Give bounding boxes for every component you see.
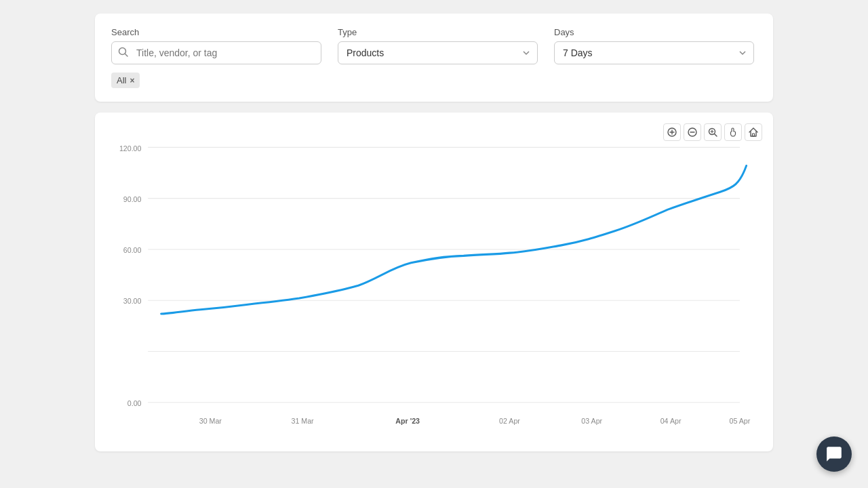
all-tag-badge: All × [111, 73, 140, 88]
chart-line [161, 166, 747, 314]
type-label: Type [338, 27, 538, 37]
days-label: Days [554, 27, 754, 37]
search-label: Search [111, 27, 321, 37]
x-label-02apr: 02 Apr [499, 417, 520, 425]
y-axis-label-30: 30.00 [123, 297, 142, 305]
type-group: Type Products Variants Orders [338, 27, 538, 64]
tags-row: All × [111, 73, 757, 88]
y-axis-label-120: 120.00 [119, 144, 142, 152]
x-label-30mar: 30 Mar [199, 417, 222, 425]
search-input[interactable] [111, 41, 321, 64]
filter-card: Search Type Products Variants Or [95, 14, 773, 102]
all-tag-remove[interactable]: × [130, 76, 134, 85]
chart-svg: 120.00 90.00 60.00 30.00 0.00 30 Mar 31 … [108, 126, 760, 438]
search-group: Search [111, 27, 321, 64]
x-label-apr23: Apr '23 [395, 417, 420, 425]
y-axis-label-60: 60.00 [123, 246, 142, 254]
days-group: Days 7 Days 14 Days 30 Days 90 Days [554, 27, 754, 64]
chat-button[interactable] [816, 436, 852, 472]
x-label-03apr: 03 Apr [581, 417, 602, 425]
type-select[interactable]: Products Variants Orders [338, 41, 538, 64]
chart-area: 120.00 90.00 60.00 30.00 0.00 30 Mar 31 … [108, 126, 760, 438]
x-label-04apr: 04 Apr [660, 417, 682, 425]
x-label-31mar: 31 Mar [291, 417, 313, 425]
days-select[interactable]: 7 Days 14 Days 30 Days 90 Days [554, 41, 754, 64]
y-axis-label-0: 0.00 [127, 399, 142, 407]
x-label-05apr: 05 Apr [730, 417, 751, 425]
all-tag-label: All [117, 75, 126, 85]
y-axis-label-90: 90.00 [123, 195, 142, 203]
chat-icon [825, 445, 843, 463]
chart-card: 120.00 90.00 60.00 30.00 0.00 30 Mar 31 … [95, 113, 773, 451]
